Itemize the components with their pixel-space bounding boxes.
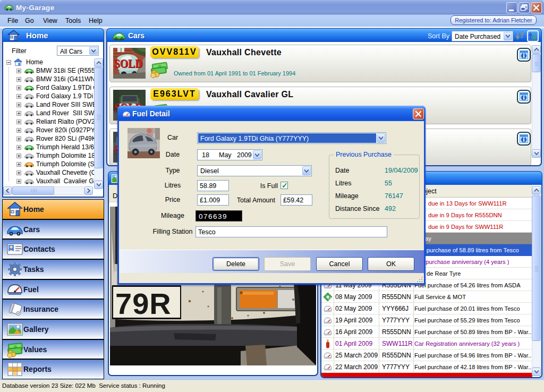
event-row-12[interactable]: 16 April 2009R555DNNFuel purchase of 50.… xyxy=(321,326,532,338)
minimize-button[interactable] xyxy=(506,2,517,13)
tree-item-label[interactable]: Triumph Herald 13/60 xyxy=(36,143,94,151)
nav-tasks-button[interactable]: Tasks xyxy=(2,259,104,279)
car-info-button-2[interactable] xyxy=(517,90,531,104)
nav-home-button[interactable]: Home xyxy=(2,199,104,219)
nav-values-button[interactable]: Values xyxy=(2,339,104,359)
tree-item-label[interactable]: BMW 316i (G411WNR xyxy=(36,75,94,83)
menu-help[interactable]: Help xyxy=(89,17,103,25)
sort-descending-button[interactable] xyxy=(515,31,525,41)
tree-item-rover-820-sli-p49ko[interactable]: Rover 820 SLi (P49KO xyxy=(3,135,94,143)
filling-station-input[interactable]: Tesco xyxy=(196,226,387,237)
tree-expand-icon[interactable] xyxy=(16,77,21,82)
is-full-checkbox[interactable]: ✓ xyxy=(280,182,288,189)
fuel-type-combobox[interactable]: Diesel xyxy=(197,165,312,176)
tree-item-triumph-herald-13-60[interactable]: Triumph Herald 13/60 xyxy=(3,143,94,152)
menu-file[interactable]: File xyxy=(7,17,18,25)
dialog-close-button[interactable] xyxy=(413,108,424,120)
car-info-button-3[interactable] xyxy=(517,132,531,146)
tree-item-vauxhall-cavalier-gl-[interactable]: Vauxhall Cavalier GL ( xyxy=(3,177,94,186)
tree-expand-icon[interactable] xyxy=(16,120,21,124)
sortby-dropdown-button[interactable] xyxy=(504,32,512,40)
events-scroll-down-button[interactable] xyxy=(532,368,541,376)
total-amount-input[interactable]: £59.42 xyxy=(280,194,312,206)
tree-item-triumph-dolomite-1850[interactable]: Triumph Dolomite 1850 xyxy=(3,152,94,160)
restore-button[interactable] xyxy=(518,2,530,13)
date-dropdown-button[interactable] xyxy=(253,150,261,159)
nav-fuel-button[interactable]: Fuel xyxy=(2,279,104,299)
tree-root-row[interactable]: Home xyxy=(3,58,94,67)
tree-scroll-left-button[interactable] xyxy=(3,186,12,195)
tree-expand-icon[interactable] xyxy=(16,171,21,175)
tree-item-bmw-316i-g411wnr[interactable]: BMW 316i (G411WNR xyxy=(3,75,94,84)
sort-ascending-button[interactable] xyxy=(527,30,539,42)
nav-cars-button[interactable]: Cars xyxy=(2,219,104,239)
menu-view[interactable]: View xyxy=(43,17,57,25)
menu-go[interactable]: Go xyxy=(25,17,34,25)
tree-root-label[interactable]: Home xyxy=(26,58,43,66)
close-button[interactable] xyxy=(531,2,542,13)
tree-expand-icon[interactable] xyxy=(16,145,21,150)
nav-contacts-button[interactable]: Contacts xyxy=(2,239,104,259)
tree-item-label[interactable]: Reliant Rialto (POV297 xyxy=(36,118,94,125)
cars-scroll-up-button[interactable] xyxy=(532,45,541,54)
tree-scroll-right-button[interactable] xyxy=(84,186,93,195)
tree-expand-icon[interactable] xyxy=(16,128,21,133)
tree-item-label[interactable]: BMW 318i SE (R555D xyxy=(36,67,94,74)
tree-item-bmw-318i-se-r555d[interactable]: BMW 318i SE (R555D xyxy=(3,67,94,75)
nav-reports-button[interactable]: Reports xyxy=(2,359,104,379)
filter-dropdown-button[interactable] xyxy=(89,47,98,55)
tree-item-ford-galaxy-1-9tdi-gh[interactable]: Ford Galaxy 1.9TDi Gh xyxy=(3,84,94,92)
tree-item-label[interactable]: Rover 820 SLi (P49KO xyxy=(36,135,94,142)
ok-button[interactable]: OK xyxy=(368,257,414,271)
events-scroll-up-button[interactable] xyxy=(532,186,541,194)
car-info-button-1[interactable] xyxy=(517,48,531,62)
cars-scroll-down-button[interactable] xyxy=(532,149,541,158)
tree-expand-icon[interactable] xyxy=(16,154,21,158)
tree-scrollbar-thumb[interactable] xyxy=(94,67,103,168)
tree-expand-icon[interactable] xyxy=(16,137,21,141)
tree-item-label[interactable]: Rover 820i (G927PYC) xyxy=(36,126,94,134)
tree-scroll-up-button[interactable] xyxy=(94,58,103,67)
save-button[interactable]: Save xyxy=(264,257,311,271)
tree-item-label[interactable]: Land Rover SIII SWB xyxy=(36,109,94,117)
registered-to-badge[interactable]: Registered to: Adrian Fletcher xyxy=(450,15,537,25)
event-row-10[interactable]: 02 May 2009YYY666JFuel purchase of 20.01… xyxy=(321,303,532,314)
tree-item-label[interactable]: Triumph Dolomite 1850 xyxy=(36,152,94,159)
event-row-11[interactable]: 19 April 2009Y777YYYFuel purchase of 55.… xyxy=(321,314,532,326)
menu-tools[interactable]: Tools xyxy=(65,17,81,25)
cancel-button[interactable]: Cancel xyxy=(316,257,363,271)
tree-hscrollbar-thumb[interactable] xyxy=(12,186,54,195)
tree-expand-icon[interactable] xyxy=(16,103,21,107)
event-row-14[interactable]: 25 March 2009R555DNNFuel purchase of 54.… xyxy=(321,350,532,361)
tree-item-label[interactable]: Land Rover SIII SWB : xyxy=(36,101,94,108)
tree-item-label[interactable]: Ford Galaxy 1.9 TDi Gh xyxy=(36,92,94,100)
tree-expand-icon[interactable] xyxy=(16,162,21,167)
resize-grip[interactable] xyxy=(416,276,422,282)
nav-gallery-button[interactable]: Gallery xyxy=(2,319,104,339)
tree-item-label[interactable]: Vauxhall Chevette (OV xyxy=(36,169,94,176)
tree-expand-icon[interactable] xyxy=(16,179,21,184)
tree-item-reliant-rialto-pov297[interactable]: Reliant Rialto (POV297 xyxy=(3,118,94,126)
tree-collapse-icon[interactable] xyxy=(6,60,11,65)
event-row-13[interactable]: 01 April 2009SWW111RCar Registration ann… xyxy=(321,338,532,350)
date-picker[interactable]: 18 May 2009 xyxy=(197,149,262,160)
event-row-15[interactable]: 22 March 2009Y777YYYFuel purchase of 42.… xyxy=(321,361,532,373)
sortby-combobox[interactable]: Date Purchased xyxy=(452,31,513,41)
filter-combobox[interactable]: All Cars xyxy=(57,46,99,56)
tree-item-vauxhall-chevette-ov[interactable]: Vauxhall Chevette (OV xyxy=(3,169,94,177)
car-combobox[interactable]: Ford Galaxy 1.9TDi Ghia (Y777YYY) xyxy=(197,132,386,144)
tree-item-land-rover-siii-swb-[interactable]: Land Rover SIII SWB : xyxy=(3,101,94,109)
tree-expand-icon[interactable] xyxy=(16,94,21,99)
tree-expand-icon[interactable] xyxy=(16,86,21,90)
car-row-1[interactable]: SOLD OVV811V Vauxhall Chevette Owned fro… xyxy=(109,45,531,82)
nav-insurance-button[interactable]: Insurance xyxy=(2,299,104,319)
event-row-9[interactable]: 08 May 2009R555DNNFull Service & MOT xyxy=(321,291,532,303)
type-dropdown-button[interactable] xyxy=(302,166,311,175)
tree-item-rover-820i-g927pyc-[interactable]: Rover 820i (G927PYC) xyxy=(3,126,94,135)
tree-item-ford-galaxy-1-9-tdi-gh[interactable]: Ford Galaxy 1.9 TDi Gh xyxy=(3,92,94,101)
cars-scrollbar-thumb[interactable] xyxy=(532,54,541,72)
car-dropdown-button[interactable] xyxy=(377,133,385,143)
litres-input[interactable]: 58.89 xyxy=(197,180,229,191)
tree-item-label[interactable]: Ford Galaxy 1.9TDi Gh xyxy=(36,84,94,91)
events-scrollbar-thumb[interactable] xyxy=(532,195,541,341)
